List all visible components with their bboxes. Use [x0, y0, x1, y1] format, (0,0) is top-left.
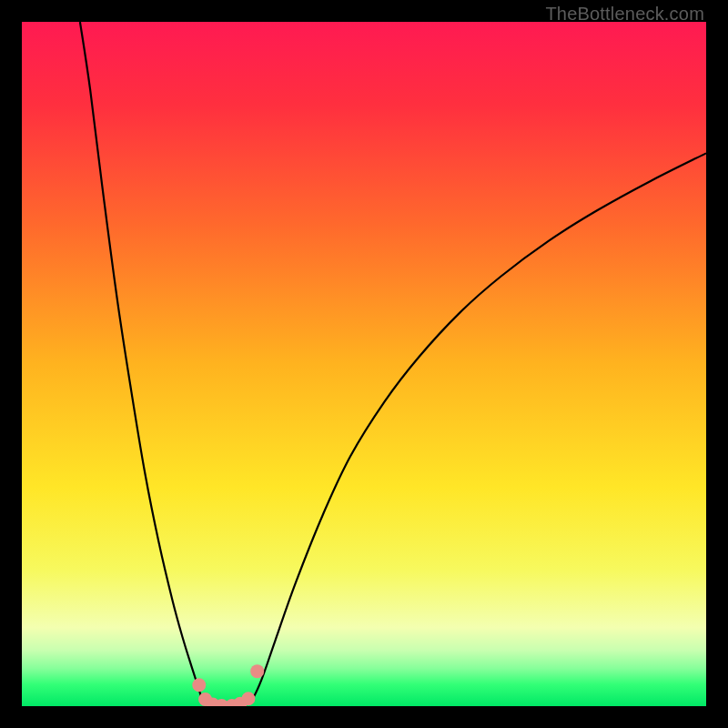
- outer-frame: TheBottleneck.com: [0, 0, 728, 728]
- data-marker: [241, 692, 255, 705]
- watermark-text: TheBottleneck.com: [545, 4, 704, 25]
- plot-area: [22, 22, 706, 706]
- data-marker: [250, 664, 264, 678]
- gradient-background: [22, 22, 706, 706]
- chart-canvas: [22, 22, 706, 706]
- data-marker: [192, 678, 206, 692]
